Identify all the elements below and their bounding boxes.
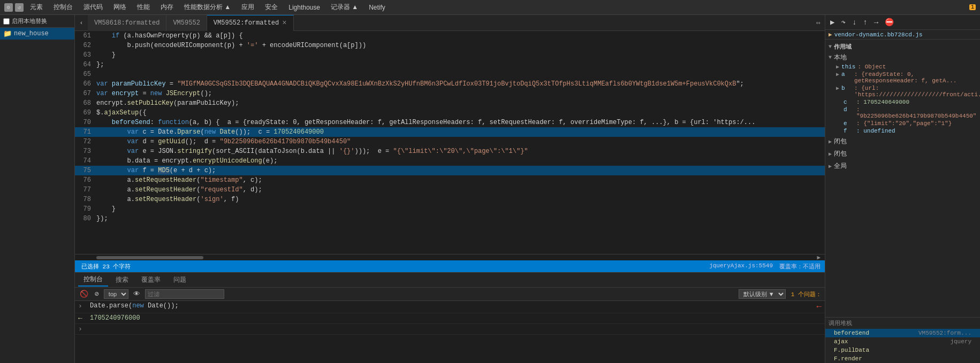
bottom-panel: 控制台 搜索 覆盖率 问题 🚫 ⊘ top 👁 默认级别 ▼ 1 个问题： <box>75 272 825 363</box>
devtools-icon: ⚙ <box>4 3 13 12</box>
scope-panel: ▼ 作用域 ▼ 本地 ▶ this : Object ▶ a : {readyS… <box>825 40 980 317</box>
scope-global-arrow: ▶ <box>829 163 832 169</box>
tab-close-btn[interactable]: × <box>282 19 286 27</box>
menu-sources[interactable]: 源代码 <box>79 2 107 13</box>
resume-btn[interactable]: ▶ <box>829 17 836 27</box>
call-stack: 调用堆栈 beforeSend VM59552:form... ajax jqu… <box>825 317 980 363</box>
code-line-66: 66 var paramPublicKey = "MIGfMA0GCSqGSIb… <box>75 79 825 89</box>
cs-pulldata-name: F.pullData <box>834 347 869 353</box>
console-eye-btn[interactable]: 👁 <box>132 290 142 299</box>
expand-tabs-btn[interactable]: ⇔ <box>812 18 825 27</box>
step-out-btn[interactable]: ↑ <box>861 18 869 27</box>
code-line-75: 75 var f = MD5(e + d + c); <box>75 166 825 175</box>
console-empty-prompt: › <box>78 325 87 333</box>
step-btn[interactable]: → <box>872 18 880 27</box>
tab-search[interactable]: 搜索 <box>110 274 134 286</box>
console-empty-prompt-line[interactable]: › <box>75 324 825 335</box>
scope-closure2-arrow: ▶ <box>829 151 832 157</box>
scope-local-header[interactable]: ▼ 本地 <box>825 52 980 63</box>
scope-global-title: 全局 <box>834 161 847 171</box>
tab-prev-btn[interactable]: ‹ <box>75 15 88 31</box>
tab-vm59552[interactable]: VM59552 <box>166 15 207 31</box>
console-result-prompt: ← <box>78 314 87 322</box>
scope-b: ▶ b : {url: 'https://////////////////fro… <box>825 84 980 98</box>
menu-network[interactable]: 网络 <box>109 2 131 13</box>
scope-closure1: ▶ 闭包 <box>825 136 980 147</box>
file-ref: ▶ vendor-dynamic.bb728cd.js <box>825 30 980 40</box>
scope-d-val: : "9b225096be626b4179b9870b549b4450" <box>856 106 977 119</box>
sidebar-item-new-house[interactable]: 📁 new_house <box>0 28 74 40</box>
menu-perf-analysis[interactable]: 性能数据分析 ▲ <box>180 2 235 13</box>
scope-a-expand[interactable]: ▶ <box>836 71 839 78</box>
console-filter-btn[interactable]: ⊘ <box>93 289 101 299</box>
selection-status: 已选择 23 个字符 <box>81 262 131 271</box>
scope-this-val: : Object <box>857 64 886 70</box>
code-line-70: 70 beforeSend: function(a, b) { a = {rea… <box>75 118 825 127</box>
menu-lighthouse[interactable]: Lighthouse <box>284 3 324 12</box>
call-stack-beforesend[interactable]: beforeSend VM59552:form... <box>825 329 980 337</box>
level-select[interactable]: 默认级别 ▼ <box>739 289 786 299</box>
code-line-74: 74 b.data = encrypt.encryptUnicodeLong(e… <box>75 156 825 166</box>
step-into-btn[interactable]: ↓ <box>850 18 858 27</box>
horizontal-scrollbar[interactable]: ▶ <box>75 254 825 260</box>
tab-bar: ‹ VM58618:formatted VM59552 VM59552:form… <box>75 15 825 31</box>
tab-console[interactable]: 控制台 <box>78 273 108 287</box>
scope-section-header[interactable]: ▼ 作用域 <box>825 42 980 52</box>
code-line-77: 77 a.setRequestHeader("requestId", d); <box>75 185 825 195</box>
console-input-text: Date.parse(new Date()); <box>90 302 812 310</box>
tab-issues[interactable]: 问题 <box>168 274 192 286</box>
scope-this-expand[interactable]: ▶ <box>836 64 839 70</box>
coverage-label: 覆盖率：不适用 <box>779 262 821 271</box>
editor-area: ‹ VM58618:formatted VM59552 VM59552:form… <box>75 15 825 363</box>
menu-netify[interactable]: Netify <box>364 3 390 12</box>
scope-f: f : undefined <box>825 127 980 135</box>
scope-a-val: : {readyState: 0, getResponseHeader: f, … <box>854 71 977 84</box>
code-line-78: 78 a.setRequestHeader('sign', f) <box>75 195 825 204</box>
menu-console[interactable]: 控制台 <box>49 2 77 13</box>
scope-d: d : "9b225096be626b4179b9870b549b4450" <box>825 106 980 120</box>
scope-this: ▶ this : Object <box>825 63 980 71</box>
context-select[interactable]: top <box>104 289 128 299</box>
code-line-62: 62 b.push(encodeURIComponent(p) + '=' + … <box>75 41 825 50</box>
scope-a: ▶ a : {readyState: 0, getResponseHeader:… <box>825 71 980 84</box>
scope-global-header[interactable]: ▶ 全局 <box>825 160 980 172</box>
scope-global: ▶ 全局 <box>825 160 980 172</box>
code-area[interactable]: 61 if (a.hasOwnProperty(p) && a[p]) { 62… <box>75 31 825 254</box>
tab-vm59552-formatted[interactable]: VM59552:formatted × <box>207 15 294 31</box>
menu-recorder[interactable]: 记录器 ▲ <box>326 2 362 13</box>
menu-memory[interactable]: 内存 <box>156 2 178 13</box>
scope-closure1-header[interactable]: ▶ 闭包 <box>825 136 980 147</box>
console-input-prompt: › <box>78 302 87 310</box>
call-stack-pulldata[interactable]: F.pullData <box>825 346 980 354</box>
call-stack-render[interactable]: F.render <box>825 354 980 363</box>
deactivate-btn[interactable]: ⛔ <box>883 17 895 27</box>
code-line-76: 76 a.setRequestHeader("timestamp", c); <box>75 175 825 185</box>
scroll-thumb[interactable] <box>96 256 203 259</box>
console-clear-btn[interactable]: 🚫 <box>78 289 90 299</box>
scope-b-expand[interactable]: ▶ <box>836 85 839 91</box>
coverage-link[interactable]: jqueryAjax.js:5549 <box>709 262 773 271</box>
folder-name: new_house <box>14 30 49 37</box>
console-input-line: › Date.parse(new Date()); ← <box>75 301 825 313</box>
scope-b-val: : {url: 'https://////////////////front/a… <box>854 85 980 98</box>
step-over-btn[interactable]: ↷ <box>839 17 847 27</box>
code-line-79: 79 } <box>75 204 825 214</box>
scope-closure2-header[interactable]: ▶ 闭包 <box>825 148 980 159</box>
scope-local-arrow: ▼ <box>829 55 832 60</box>
menu-performance[interactable]: 性能 <box>133 2 154 13</box>
issue-count: 1 个问题： <box>791 290 822 298</box>
scope-e-key: e <box>844 120 854 127</box>
local-override-checkbox[interactable] <box>3 18 10 25</box>
tab-vm58618[interactable]: VM58618:formatted <box>88 15 166 31</box>
scope-closure1-arrow: ▶ <box>829 138 832 145</box>
menu-application[interactable]: 应用 <box>237 2 259 13</box>
bottom-tab-bar: 控制台 搜索 覆盖率 问题 <box>75 273 825 288</box>
reload-icon[interactable]: ↺ <box>15 3 24 12</box>
console-filter-input[interactable] <box>145 289 224 299</box>
menu-security[interactable]: 安全 <box>261 2 282 13</box>
tab-coverage[interactable]: 覆盖率 <box>136 274 166 286</box>
code-line-72: 72 var d = getUuid(); d = "9b225096be626… <box>75 137 825 146</box>
menu-elements[interactable]: 元素 <box>26 2 47 13</box>
file-arrow: ▶ <box>829 31 832 38</box>
call-stack-ajax[interactable]: ajax jquery <box>825 337 980 346</box>
